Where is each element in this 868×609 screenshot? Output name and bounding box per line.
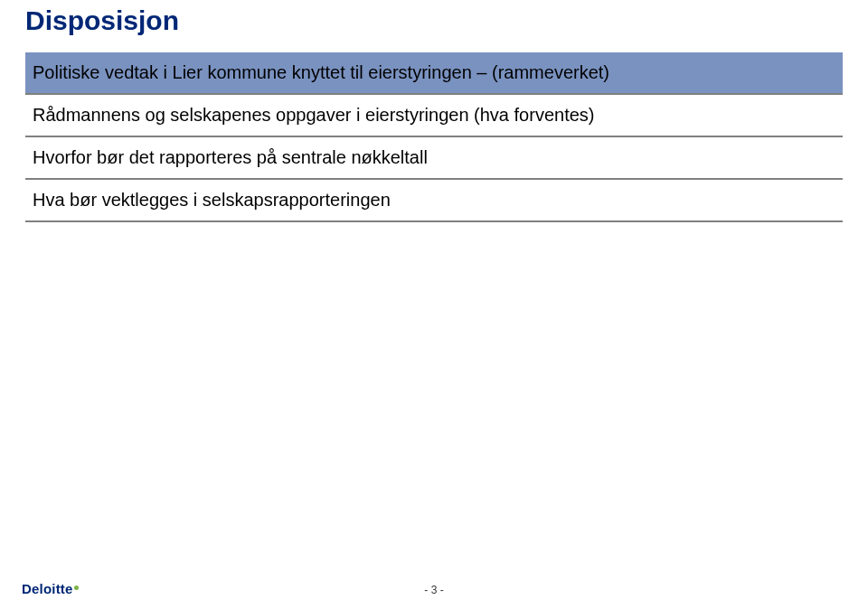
agenda-row: Rådmannens og selskapenes oppgaver i eie… — [25, 95, 843, 137]
agenda-row-text: Hva bør vektlegges i selskapsrapporterin… — [33, 189, 835, 211]
agenda-row-text: Hvorfor bør det rapporteres på sentrale … — [33, 146, 835, 169]
agenda-row: Hva bør vektlegges i selskapsrapporterin… — [25, 180, 843, 222]
slide-page: Disposisjon Politiske vedtak i Lier komm… — [0, 0, 868, 222]
logo-text: Deloitte — [22, 581, 73, 596]
page-title: Disposisjon — [25, 5, 843, 36]
page-number: - 3 - — [424, 584, 443, 596]
logo-dot-icon — [74, 586, 79, 590]
agenda-row-text: Politiske vedtak i Lier kommune knyttet … — [33, 61, 835, 84]
footer-logo: Deloitte — [22, 581, 79, 596]
agenda-row: Hvorfor bør det rapporteres på sentrale … — [25, 137, 843, 180]
agenda-row-active: Politiske vedtak i Lier kommune knyttet … — [25, 52, 843, 95]
agenda-row-text: Rådmannens og selskapenes oppgaver i eie… — [33, 104, 835, 126]
